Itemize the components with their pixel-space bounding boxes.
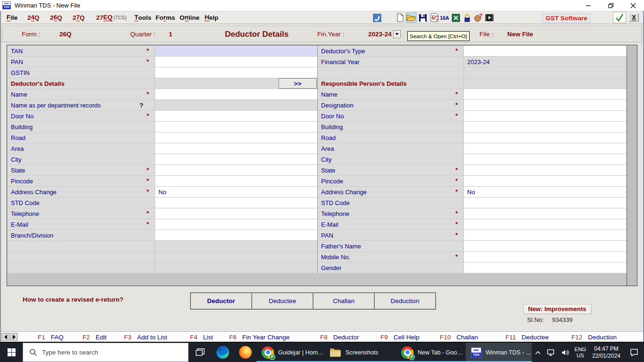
fn-f8-deductor[interactable]: F8Deductor xyxy=(320,332,359,342)
restore-button[interactable] xyxy=(600,0,622,11)
field-input-telephone[interactable] xyxy=(155,208,317,219)
field-input-gstin[interactable] xyxy=(155,67,317,78)
menu-item-file[interactable]: File xyxy=(7,11,17,24)
field-input-state[interactable] xyxy=(155,165,317,176)
improvements-link[interactable]: New: Improvements xyxy=(523,304,591,314)
fn-f4-list[interactable]: F4List xyxy=(190,332,213,342)
form-value[interactable]: 26Q xyxy=(59,26,72,42)
deduction-nav-button[interactable]: Deduction xyxy=(374,292,436,310)
fn-f2-edit[interactable]: F2Edit xyxy=(83,332,107,342)
expand-details-button[interactable]: >> xyxy=(279,78,317,89)
menu-item-online[interactable]: Online xyxy=(180,11,199,24)
open-file-icon[interactable] xyxy=(406,13,416,23)
firefox-taskbar-button[interactable] xyxy=(234,343,256,362)
field-input-pincode[interactable] xyxy=(464,176,627,187)
menu-item-26q[interactable]: 26Q xyxy=(50,11,62,24)
fn-f12-deduction[interactable]: F12Deduction xyxy=(571,332,617,342)
field-input-pan[interactable] xyxy=(464,230,627,241)
field-input-building[interactable] xyxy=(155,122,317,132)
menu-item-27q[interactable]: 27Q xyxy=(73,11,85,24)
field-input-deductor-s-type[interactable] xyxy=(464,46,627,57)
field-input-father-s-name[interactable] xyxy=(464,241,627,252)
field-input-address-change[interactable]: No xyxy=(464,187,627,197)
lock-icon[interactable] xyxy=(462,13,472,23)
field-input-branch-division[interactable] xyxy=(155,230,317,241)
challan-nav-button[interactable]: Challan xyxy=(313,292,375,310)
fn-f9-cell-help[interactable]: F9Cell Help xyxy=(380,332,420,342)
fin-year-value[interactable]: 2023-24 xyxy=(368,26,392,42)
taskbar-search-input[interactable]: Type here to search xyxy=(23,343,189,362)
video-icon[interactable] xyxy=(484,13,495,23)
menu-item-tools[interactable]: Tools xyxy=(134,11,151,24)
menu-item-24q[interactable]: 24Q xyxy=(27,11,40,24)
field-input-road[interactable] xyxy=(155,132,317,143)
field-input-state[interactable] xyxy=(464,165,627,176)
action-center-button[interactable] xyxy=(624,343,644,362)
menu-item-27eq[interactable]: 27EQ(TCS) xyxy=(96,11,127,24)
minimize-button[interactable] xyxy=(578,0,600,11)
deductee-nav-button[interactable]: Deductee xyxy=(251,292,314,310)
field-input-std-code[interactable] xyxy=(464,197,627,208)
help-character-icon[interactable]: ? xyxy=(473,13,483,23)
network-tray-button[interactable] xyxy=(544,343,558,362)
field-input-e-mail[interactable] xyxy=(155,219,317,230)
field-input-name[interactable] xyxy=(464,89,627,100)
taskbar-task-winman-tds-n[interactable]: winTDSWinman TDS - N... xyxy=(466,343,532,362)
field-input-mobile-no[interactable] xyxy=(464,252,627,263)
taskbar-task-new-tab-googl[interactable]: PNew Tab - Googl... xyxy=(396,343,466,362)
clock-indicator[interactable]: 04:47 PM22/01/2024 xyxy=(588,343,624,362)
ok-check-button[interactable] xyxy=(613,12,626,23)
field-input-door-no[interactable] xyxy=(155,111,317,122)
edge-taskbar-button[interactable] xyxy=(211,343,234,362)
exit-button[interactable]: X xyxy=(629,13,639,22)
scrollbar-track[interactable] xyxy=(627,46,636,286)
fn-f10-challan[interactable]: F10Challan xyxy=(440,332,478,342)
gst-software-button[interactable]: GST Software xyxy=(542,13,591,23)
fn-f6-fin-year-change[interactable]: F6Fin Year Change xyxy=(229,332,289,342)
field-input-pincode[interactable] xyxy=(155,176,317,187)
field-input-building[interactable] xyxy=(464,122,627,132)
field-input-city[interactable] xyxy=(464,154,627,165)
field-input-std-code[interactable] xyxy=(155,197,317,208)
fn-key-label: F1 xyxy=(38,334,45,341)
howto-revised-ereturn-link[interactable]: How to create a revised e-return? xyxy=(23,296,124,303)
excel-icon[interactable] xyxy=(451,13,461,23)
tray-expand-button[interactable] xyxy=(532,343,544,362)
field-input-e-mail[interactable] xyxy=(464,219,627,230)
fn-f11-deductee[interactable]: F11Deductee xyxy=(505,332,549,342)
phone-icon[interactable] xyxy=(372,13,382,23)
field-input-area[interactable] xyxy=(155,143,317,154)
deductor-nav-button[interactable]: Deductor xyxy=(190,292,252,310)
field-input-telephone[interactable] xyxy=(464,208,627,219)
field-input-designation[interactable] xyxy=(464,100,627,111)
field-input-area[interactable] xyxy=(464,143,627,154)
volume-tray-button[interactable] xyxy=(558,343,572,362)
save-icon[interactable] xyxy=(418,13,428,23)
field-input-city[interactable] xyxy=(155,154,317,165)
field-input-door-no[interactable] xyxy=(464,111,627,122)
field-input-gender[interactable] xyxy=(464,263,627,273)
new-file-icon[interactable] xyxy=(395,13,405,23)
scroll-right-button[interactable] xyxy=(10,333,18,341)
fn-f1-faq[interactable]: F1FAQ xyxy=(38,332,64,342)
field-input-road[interactable] xyxy=(464,132,627,143)
taskbar-task-guidejar-home[interactable]: PGuidejar | Home ... xyxy=(256,343,324,362)
e-return-icon[interactable]: E xyxy=(429,13,439,23)
start-button[interactable] xyxy=(0,343,23,362)
form-16a-icon[interactable]: 16A xyxy=(439,13,450,23)
fin-year-dropdown[interactable] xyxy=(393,30,401,38)
field-input-name[interactable] xyxy=(155,89,317,100)
menu-item-help[interactable]: Help xyxy=(205,11,218,24)
help-question-icon[interactable]: ? xyxy=(140,102,143,109)
taskbar-task-screenshots[interactable]: Screenshots xyxy=(324,343,396,362)
menu-item-forms[interactable]: Forms xyxy=(156,11,175,24)
field-input-pan[interactable] xyxy=(155,57,317,67)
field-input-tan[interactable] xyxy=(155,46,317,57)
language-indicator[interactable]: ENGUS xyxy=(572,343,588,362)
close-button[interactable] xyxy=(622,0,644,11)
scroll-left-button[interactable] xyxy=(1,333,9,341)
field-input-address-change[interactable]: No xyxy=(155,187,317,197)
task-view-button[interactable] xyxy=(189,343,211,362)
fn-f3-add-to-list[interactable]: F3Add to List xyxy=(124,332,167,342)
quarter-value[interactable]: 1 xyxy=(169,26,173,42)
